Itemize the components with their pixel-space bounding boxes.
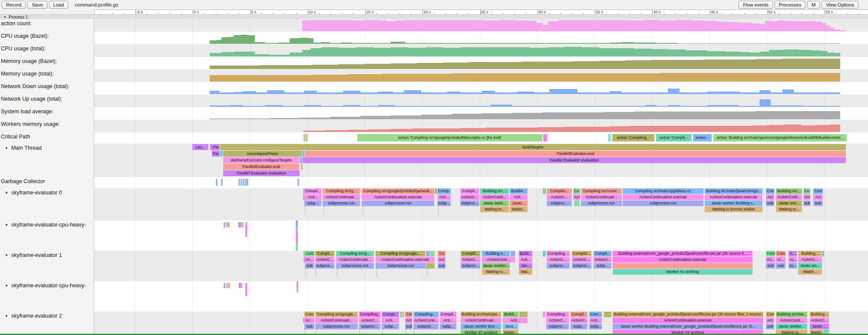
trace-span[interactable]: Compiling ... — [413, 312, 439, 317]
trace-span[interactable]: sub — [305, 263, 314, 269]
row-label-sf2[interactable]: ▼skyframe-evaluator 2 — [1, 313, 62, 319]
trace-span[interactable]: Compil... — [304, 188, 321, 194]
event-tick[interactable] — [297, 281, 298, 287]
trace-span[interactable]: Building s... — [482, 251, 510, 256]
trace-span[interactable]: Acti... — [589, 318, 602, 323]
event-tick[interactable] — [242, 222, 244, 227]
timeline-ruler[interactable]: -5 s0 s5 s10 s15 s20 s25 s30 s35 s40 s45… — [94, 10, 868, 14]
trace-span[interactable]: Parallel Evaluator evaluation — [303, 157, 846, 163]
trace-span[interactable]: subproc... — [359, 324, 380, 329]
trace-span[interactable]: subprocess.run — [336, 263, 374, 269]
event-tick[interactable] — [245, 222, 247, 237]
event-tick[interactable] — [224, 222, 225, 227]
trace-span[interactable]: ActionConti... — [482, 257, 515, 263]
trace-span[interactable]: Compiling... — [359, 312, 380, 317]
trace-span[interactable]: ActionC... — [546, 318, 569, 323]
trace-span[interactable] — [430, 251, 435, 256]
trace-span[interactable]: subprocess.run — [323, 200, 360, 206]
trace-span[interactable]: Com — [766, 251, 775, 256]
trace-span[interactable] — [403, 312, 404, 317]
trace-span[interactable]: Worker #1 working — [613, 269, 752, 275]
trace-span[interactable]: Ac... — [776, 257, 785, 263]
trace-span[interactable]: sub — [803, 200, 810, 206]
trace-span[interactable]: ActionC... — [572, 257, 591, 263]
record-button[interactable]: Record — [2, 1, 26, 9]
trace-span[interactable]: subp... — [589, 324, 602, 329]
trace-span[interactable]: ActionContinuati... — [336, 257, 374, 263]
trace-span[interactable]: Compil... — [460, 188, 479, 194]
trace-span[interactable]: sub — [438, 263, 446, 269]
trace-span[interactable] — [613, 263, 752, 269]
trace-span[interactable]: action 'Compiling src/google/protobuf/de… — [357, 134, 542, 141]
trace-span[interactable]: Compil... — [571, 312, 587, 317]
trace-span[interactable]: Waiting to... — [480, 207, 509, 212]
trace-span[interactable]: Act — [766, 194, 774, 200]
trace-span[interactable]: ActionContinuation.execute — [362, 194, 434, 200]
trace-span[interactable]: sub — [304, 324, 314, 329]
trace-span[interactable]: ActionConti... — [413, 318, 439, 323]
trace-span[interactable]: Com — [776, 251, 785, 256]
trace-span[interactable]: Compili... — [461, 251, 480, 256]
event-tick[interactable] — [297, 287, 298, 292]
trace-span[interactable] — [511, 251, 515, 256]
trace-span[interactable]: Compiling src/google... — [315, 312, 358, 317]
trace-span[interactable] — [519, 312, 528, 317]
trace-span[interactable]: Com — [304, 312, 314, 317]
trace-span[interactable]: Compil... — [594, 251, 611, 256]
trace-span[interactable]: Java... — [503, 324, 518, 329]
trace-span[interactable]: Acti... — [440, 318, 456, 323]
trace-span[interactable]: Building external/com_google_protobuf/ja… — [613, 312, 763, 317]
trace-span[interactable]: subproc... — [546, 324, 569, 329]
trace-span[interactable] — [400, 312, 402, 317]
trace-span[interactable]: ActionC... — [594, 257, 611, 263]
row-label-sf0[interactable]: ▼skyframe-evaluator 0 — [1, 190, 62, 196]
trace-span[interactable]: action 'Building src/main/java/com/googl… — [713, 134, 847, 141]
trace-span[interactable]: ActionConti... — [776, 318, 807, 323]
trace-span[interactable]: Building src... — [776, 188, 802, 194]
trace-span[interactable]: Building src/ma... — [776, 312, 807, 317]
trace-span[interactable]: Javac... — [510, 200, 528, 206]
trace-span[interactable]: Building ... — [810, 312, 829, 317]
trace-span[interactable] — [604, 312, 611, 317]
trace-span[interactable]: Buildin... — [510, 188, 528, 194]
trace-span[interactable]: ActionContinuation.execute — [613, 318, 763, 323]
trace-span[interactable]: Acti... — [382, 318, 399, 323]
view-options-button[interactable]: View Options — [822, 1, 858, 9]
trace-span[interactable]: Parallel Evaluator evaluation — [223, 170, 300, 176]
trace-span[interactable]: subproc... — [572, 263, 591, 269]
collapse-arrow-icon[interactable]: ▼ — [5, 223, 8, 227]
trace-span[interactable]: Com — [813, 188, 823, 194]
trace-span[interactable]: Acti... — [510, 194, 528, 200]
trace-span[interactable]: subprocess.run — [623, 200, 703, 206]
trace-span[interactable]: Act — [813, 194, 823, 200]
trace-span[interactable]: Compiling src/google/protobuf/generat... — [362, 188, 434, 194]
trace-span[interactable]: Waiting to... — [482, 269, 510, 275]
trace-span[interactable]: su... — [789, 263, 797, 269]
trace-span[interactable]: ParallelEvaluator.eval — [223, 164, 299, 170]
trace-span[interactable]: ActionConti... — [776, 194, 802, 200]
collapse-arrow-icon[interactable]: ▼ — [5, 191, 8, 195]
event-tick[interactable] — [226, 283, 228, 288]
trace-span[interactable] — [304, 134, 305, 141]
trace-span[interactable]: subproc... — [547, 263, 570, 269]
trace-span[interactable]: Waitin... — [510, 207, 528, 212]
event-tick[interactable] — [245, 283, 247, 296]
trace-span[interactable]: subprocess.run — [315, 324, 358, 329]
trace-span[interactable]: ActionContinuati... — [581, 194, 622, 200]
trace-span[interactable] — [435, 188, 437, 194]
trace-span[interactable]: Compiling src/g... — [323, 188, 360, 194]
row-label-main-thread[interactable]: ▼Main Thread — [1, 145, 42, 151]
gc-tick[interactable] — [221, 179, 223, 186]
trace-span[interactable]: Par — [212, 144, 220, 150]
trace-span[interactable]: action 'Compiling... — [612, 134, 654, 141]
trace-span[interactable] — [426, 251, 430, 256]
trace-span[interactable]: Building src... — [480, 188, 509, 194]
trace-span[interactable]: action 'Compili... — [656, 134, 692, 141]
trace-span[interactable] — [543, 134, 547, 141]
event-tick[interactable] — [228, 283, 230, 288]
trace-span[interactable]: action... — [693, 134, 712, 141]
trace-span[interactable]: Acti... — [503, 318, 528, 323]
trace-span[interactable]: Javac worker Building s... — [705, 200, 762, 206]
trace-span[interactable]: ActionContinuation.execute — [376, 257, 435, 263]
trace-span[interactable]: subproc... — [547, 200, 572, 206]
